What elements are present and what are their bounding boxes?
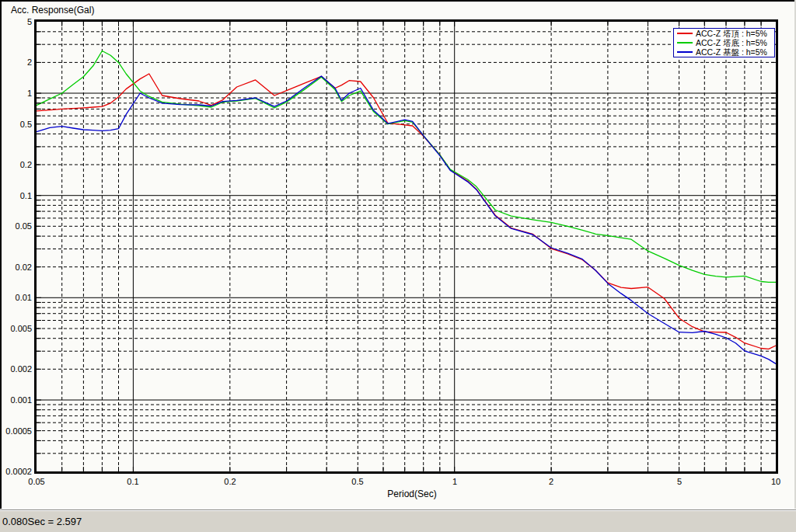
legend: ACC-Z 塔頂 : h=5%ACC-Z 塔底 : h=5%ACC-Z 基盤 :… [673, 28, 775, 57]
y-tick-label: 0.002 [0, 364, 32, 374]
window-border-top [0, 0, 796, 2]
legend-line-sample [677, 42, 693, 43]
legend-line-sample [677, 51, 693, 53]
y-tick-label: 0.01 [0, 293, 32, 302]
y-tick-label: 0.5 [0, 120, 32, 129]
y-tick-label: 0.1 [0, 191, 32, 200]
y-tick-label: 0.05 [0, 221, 32, 231]
x-tick-label: 10 [759, 477, 793, 487]
chart-title: Acc. Response(Gal) [11, 5, 94, 16]
y-tick-label: 0.005 [0, 324, 32, 333]
series-line [37, 51, 776, 283]
legend-item: ACC-Z 塔頂 : h=5% [674, 29, 774, 38]
y-tick-label: 0.001 [0, 395, 32, 405]
legend-line-sample [677, 33, 693, 34]
legend-item-label: ACC-Z 基盤 : h=5% [696, 47, 767, 57]
x-tick-label: 0.05 [19, 477, 54, 487]
y-tick-label: 0.02 [0, 263, 32, 272]
window-border-left [0, 0, 2, 509]
x-tick-label: 2 [534, 477, 568, 487]
legend-item-label: ACC-Z 塔底 : h=5% [696, 38, 767, 47]
x-tick-label: 0.1 [116, 477, 150, 487]
legend-item-label: ACC-Z 塔頂 : h=5% [696, 29, 767, 38]
y-tick-label: 0.2 [0, 160, 32, 169]
x-tick-label: 0.5 [340, 477, 375, 487]
y-tick-label: 0.0005 [0, 426, 32, 436]
x-tick-label: 5 [662, 477, 696, 487]
chart-window: Acc. Response(Gal) 5210.50.20.10.050.020… [0, 0, 796, 509]
legend-item: ACC-Z 基盤 : h=5% [674, 47, 774, 57]
y-tick-label: 0.0002 [0, 467, 32, 476]
y-tick-label: 1 [0, 89, 32, 98]
legend-item: ACC-Z 塔底 : h=5% [674, 38, 774, 47]
status-readout: 0.080Sec = 2.597 [2, 516, 82, 527]
x-tick-label: 1 [438, 477, 472, 487]
x-tick-label: 0.2 [213, 477, 247, 487]
plot-area[interactable] [0, 0, 796, 509]
x-axis-title: Period(Sec) [358, 489, 466, 499]
status-bar: 0.080Sec = 2.597 [0, 509, 796, 532]
y-tick-label: 5 [0, 17, 32, 26]
y-tick-label: 2 [0, 57, 32, 67]
